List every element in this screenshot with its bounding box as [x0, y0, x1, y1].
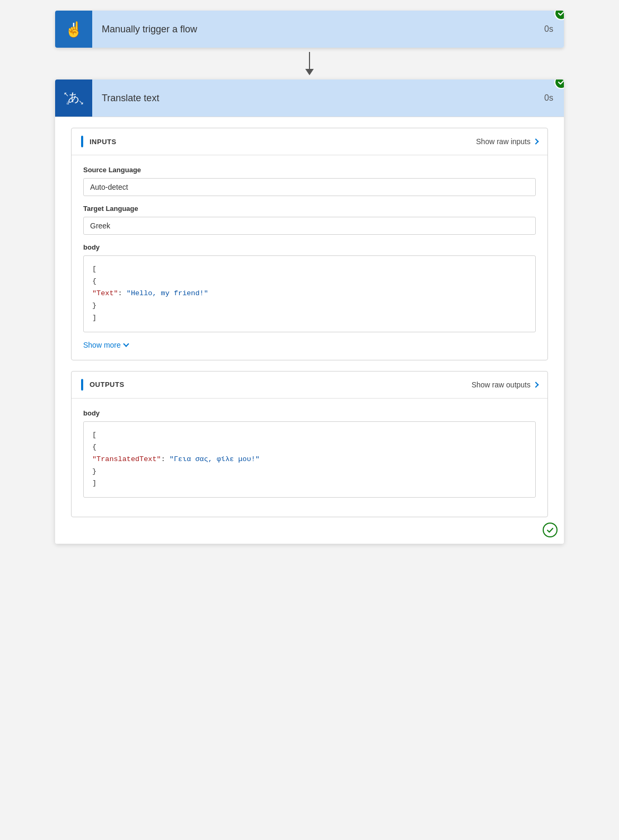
show-more-label: Show more — [83, 341, 121, 349]
outputs-header: OUTPUTS Show raw outputs — [72, 372, 547, 399]
translate-duration: 0s — [534, 93, 564, 103]
trigger-icon-wrapper: ☝ — [55, 11, 92, 48]
out-colon: : — [161, 455, 170, 463]
inputs-accent-bar — [81, 136, 83, 147]
show-raw-inputs-link[interactable]: Show raw inputs — [476, 137, 538, 146]
translate-success-badge — [554, 79, 564, 89]
show-raw-outputs-link[interactable]: Show raw outputs — [472, 381, 538, 389]
out-value: "Γεια σας, φίλε μου!" — [170, 455, 260, 463]
svg-text:↖: ↖ — [64, 91, 69, 98]
code-bracket-close: ] — [92, 312, 527, 324]
svg-text:☝: ☝ — [65, 21, 83, 38]
inputs-section: INPUTS Show raw inputs Source Language A… — [71, 128, 548, 360]
trigger-title: Manually trigger a flow — [92, 24, 534, 35]
inputs-body: Source Language Auto-detect Target Langu… — [72, 155, 547, 360]
translate-icon-wrapper: あ ↖ ↘ a — [55, 79, 92, 117]
outputs-label-wrapper: OUTPUTS — [81, 379, 125, 391]
outputs-body-label: body — [83, 409, 536, 417]
code-bracket-open: [ — [92, 263, 527, 276]
out-bracket-close: ] — [92, 478, 527, 490]
translate-icon: あ ↖ ↘ a — [63, 87, 84, 109]
chevron-right-icon — [533, 138, 538, 144]
code-colon: : — [118, 289, 127, 297]
outputs-section: OUTPUTS Show raw outputs body [ { — [71, 371, 548, 518]
code-key: "Text" — [92, 289, 118, 297]
chevron-right-outputs-icon — [533, 382, 538, 387]
out-bracket-open: [ — [92, 429, 527, 441]
trigger-step[interactable]: ☝ Manually trigger a flow 0s — [55, 11, 564, 48]
code-brace-close: } — [92, 300, 527, 312]
outputs-body-code: [ { "TranslatedText": "Γεια σας, φίλε μο… — [83, 421, 536, 498]
inputs-label-wrapper: INPUTS — [81, 136, 117, 147]
source-language-value: Auto-detect — [83, 178, 536, 196]
show-more-link[interactable]: Show more — [83, 341, 536, 349]
out-brace-open: { — [92, 441, 527, 454]
show-raw-inputs-label: Show raw inputs — [476, 137, 530, 146]
out-key-value-line: "TranslatedText": "Γεια σας, φίλε μου!" — [92, 454, 527, 466]
hand-pointer-icon: ☝ — [64, 20, 83, 39]
out-brace-close: } — [92, 466, 527, 478]
bottom-success-badge — [543, 523, 558, 537]
svg-text:↘: ↘ — [78, 99, 84, 106]
chevron-down-icon — [123, 341, 129, 347]
out-key: "TranslatedText" — [92, 455, 161, 463]
target-language-label: Target Language — [83, 205, 536, 213]
source-language-label: Source Language — [83, 166, 536, 174]
code-brace-open: { — [92, 276, 527, 288]
translate-expand: INPUTS Show raw inputs Source Language A… — [55, 117, 564, 544]
trigger-duration: 0s — [534, 24, 564, 34]
inputs-header: INPUTS Show raw inputs — [72, 128, 547, 155]
inputs-body-code: [ { "Text": "Hello, my friend!" } ] — [83, 255, 536, 332]
code-key-value-line: "Text": "Hello, my friend!" — [92, 288, 527, 300]
svg-text:a: a — [67, 99, 69, 105]
code-value: "Hello, my friend!" — [127, 289, 208, 297]
target-language-value: Greek — [83, 217, 536, 235]
arrow-connector — [305, 48, 314, 79]
translate-step[interactable]: あ ↖ ↘ a Translate text 0s — [55, 79, 564, 544]
outputs-body: body [ { "TranslatedText": "Γεια σας, φί… — [72, 399, 547, 517]
outputs-accent-bar — [81, 379, 83, 391]
show-raw-outputs-label: Show raw outputs — [472, 381, 530, 389]
outputs-label: OUTPUTS — [90, 381, 125, 388]
inputs-label: INPUTS — [90, 138, 117, 146]
inputs-body-label: body — [83, 243, 536, 251]
translate-title: Translate text — [92, 93, 534, 104]
